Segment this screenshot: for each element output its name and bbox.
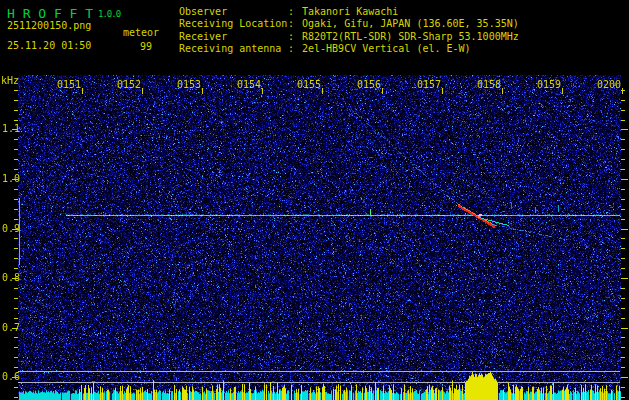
freq-tick-right (621, 129, 628, 130)
info-value: 2el-HB9CV Vertical (el. E-W) (302, 43, 471, 54)
freq-tick-left (14, 90, 18, 91)
freq-tick-left (12, 179, 18, 180)
freq-tick-left (12, 377, 18, 378)
freq-tick-right (621, 357, 625, 358)
spectrogram-canvas (18, 75, 621, 400)
freq-tick-right (621, 258, 625, 259)
time-tick-label: 0200 (597, 80, 621, 90)
freq-tick-right (621, 159, 625, 160)
freq-tick-right (621, 248, 625, 249)
output-filename: 2511200150.png (7, 21, 91, 31)
freq-tick-right (621, 288, 625, 289)
freq-tick-left (14, 347, 18, 348)
freq-tick-right (621, 169, 625, 170)
freq-tick-right (621, 238, 625, 239)
info-colon: : (288, 43, 302, 55)
time-tick-label: 0158 (477, 80, 501, 90)
freq-tick-left (14, 209, 18, 210)
info-value: R820T2(RTL-SDR) SDR-Sharp 53.1000MHz (302, 31, 519, 42)
info-label: Receiving Location (179, 18, 288, 30)
freq-tick-right (621, 347, 625, 348)
freq-tick-right (621, 209, 625, 210)
info-row: Observer:Takanori Kawachi (179, 6, 519, 18)
freq-tick-right (621, 189, 625, 190)
info-colon: : (288, 6, 302, 18)
freq-tick-left (14, 149, 18, 150)
minute-tick (562, 88, 563, 94)
freq-tick-left (14, 248, 18, 249)
minute-tick (622, 88, 623, 94)
freq-tick-right (621, 387, 625, 388)
freq-tick-right (621, 199, 625, 200)
freq-tick-right (621, 337, 625, 338)
freq-tick-left (14, 139, 18, 140)
freq-tick-right (621, 328, 628, 329)
info-row: Receiver:R820T2(RTL-SDR) SDR-Sharp 53.10… (179, 31, 519, 43)
freq-tick-left (14, 397, 18, 398)
freq-tick-left (14, 258, 18, 259)
freq-tick-right (621, 298, 625, 299)
freq-tick-left (14, 367, 18, 368)
info-value: Takanori Kawachi (302, 6, 398, 17)
freq-tick-left (12, 229, 18, 230)
station-info-block: Observer:Takanori KawachiReceiving Locat… (179, 6, 519, 55)
info-colon: : (288, 18, 302, 30)
freq-tick-left (14, 169, 18, 170)
freq-tick-left (14, 268, 18, 269)
freq-tick-right (621, 229, 628, 230)
freq-tick-left (12, 328, 18, 329)
freq-tick-left (14, 189, 18, 190)
freq-tick-left (14, 308, 18, 309)
freq-tick-right (621, 308, 625, 309)
freq-tick-left (14, 120, 18, 121)
minute-tick (142, 88, 143, 94)
echo-count: 99 (140, 42, 152, 52)
freq-tick-left (12, 129, 18, 130)
time-tick-label: 0151 (57, 80, 81, 90)
time-tick-label: 0152 (117, 80, 141, 90)
info-row: Receiving antenna:2el-HB9CV Vertical (el… (179, 43, 519, 55)
app-title: H R O F F T (7, 7, 93, 20)
freq-tick-right (621, 367, 625, 368)
freq-tick-left (14, 318, 18, 319)
info-value: Ogaki, Gifu, JAPAN (136.60E, 35.35N) (302, 18, 519, 29)
minute-tick (262, 88, 263, 94)
time-tick-label: 0155 (297, 80, 321, 90)
freq-tick-left (14, 387, 18, 388)
time-tick-label: 0153 (177, 80, 201, 90)
time-tick-label: 0157 (417, 80, 441, 90)
freq-tick-right (621, 268, 625, 269)
minute-tick (82, 88, 83, 94)
minute-tick (322, 88, 323, 94)
info-colon: : (288, 31, 302, 43)
time-tick-label: 0159 (537, 80, 561, 90)
freq-tick-left (14, 199, 18, 200)
freq-tick-left (14, 100, 18, 101)
freq-tick-left (14, 219, 18, 220)
freq-tick-right (621, 219, 625, 220)
freq-tick-right (621, 318, 625, 319)
freq-tick-right (621, 100, 625, 101)
freq-tick-right (621, 377, 628, 378)
freq-tick-left (14, 288, 18, 289)
info-row: Receiving Location:Ogaki, Gifu, JAPAN (1… (179, 18, 519, 30)
freq-tick-left (12, 278, 18, 279)
mode-label: meteor (123, 28, 159, 38)
time-tick-label: 0154 (237, 80, 261, 90)
info-label: Receiver (179, 31, 288, 43)
freq-tick-right (621, 149, 625, 150)
freq-tick-left (14, 238, 18, 239)
freq-tick-left (14, 337, 18, 338)
freq-tick-left (14, 110, 18, 111)
time-tick-label: 0156 (357, 80, 381, 90)
app-version: 1.0.0 (98, 10, 120, 19)
minute-tick (382, 88, 383, 94)
freq-tick-right (621, 139, 625, 140)
info-label: Receiving antenna (179, 43, 288, 55)
freq-tick-right (621, 179, 628, 180)
minute-tick (442, 88, 443, 94)
freq-tick-left (14, 357, 18, 358)
minute-tick (502, 88, 503, 94)
minute-tick (202, 88, 203, 94)
freq-tick-right (621, 110, 625, 111)
